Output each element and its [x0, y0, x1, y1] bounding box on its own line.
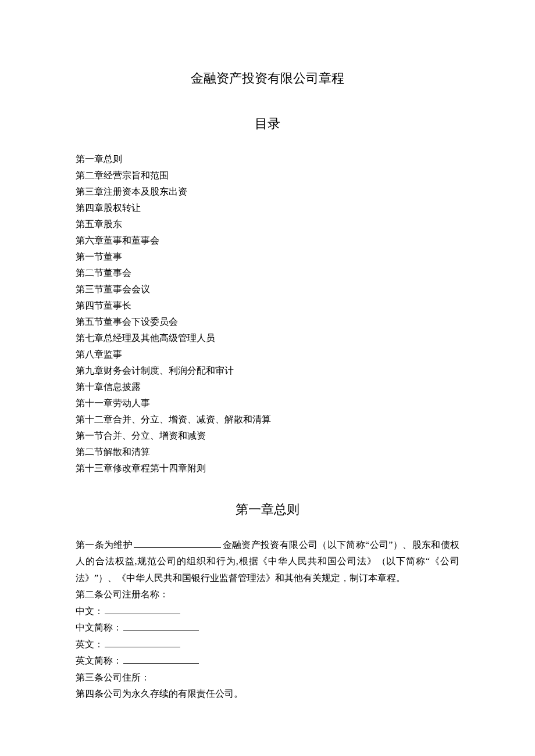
- toc-item: 第十三章修改章程第十四章附则: [76, 460, 459, 476]
- toc-item: 第四节董事长: [76, 298, 459, 314]
- toc-item: 第十章信息披露: [76, 379, 459, 395]
- toc-item: 第四章股权转让: [76, 200, 459, 216]
- toc-item: 第三节董事会会议: [76, 281, 459, 298]
- cn-short-line: 中文简称：: [76, 619, 459, 636]
- toc-item: 第一节合并、分立、增资和减资: [76, 428, 459, 444]
- en-short-line: 英文简称：: [76, 653, 459, 669]
- article-1: 第一条为维护金融资产投资有限公司（以下简称“公司”）、股东和债权人的合法权益,规…: [76, 537, 459, 586]
- cn-short-label: 中文简称：: [76, 622, 122, 632]
- toc-item: 第七章总经理及其他高级管理人员: [76, 330, 459, 346]
- chapter-1-heading: 第一章总则: [76, 501, 459, 518]
- article-1-text-a: 第一条为维护: [76, 540, 133, 550]
- toc-item: 第十一章劳动人事: [76, 395, 459, 411]
- toc-item: 第一章总则: [76, 151, 459, 167]
- blank-field: [105, 639, 180, 647]
- toc-item: 第二节解散和清算: [76, 444, 459, 460]
- toc-item: 第二节董事会: [76, 265, 459, 281]
- toc-item: 第八章监事: [76, 346, 459, 363]
- chapter-1-body: 第一条为维护金融资产投资有限公司（以下简称“公司”）、股东和债权人的合法权益,规…: [76, 537, 459, 703]
- toc-item: 第六章董事和董事会: [76, 232, 459, 249]
- cn-name-line: 中文：: [76, 603, 459, 619]
- en-short-label: 英文简称：: [76, 655, 122, 665]
- toc-item: 第三章注册资本及股东出资: [76, 184, 459, 200]
- blank-field: [134, 540, 221, 548]
- article-3: 第三条公司住所：: [76, 669, 459, 686]
- blank-field: [123, 622, 199, 630]
- toc-item: 第五节董事会下设委员会: [76, 314, 459, 330]
- document-title: 金融资产投资有限公司章程: [76, 70, 459, 87]
- toc-item: 第九章财务会计制度、利润分配和审计: [76, 363, 459, 379]
- en-label: 英文：: [76, 639, 104, 649]
- en-name-line: 英文：: [76, 636, 459, 653]
- article-4: 第四条公司为永久存续的有限责任公司。: [76, 686, 459, 702]
- blank-field: [105, 605, 180, 614]
- table-of-contents: 第一章总则 第二章经营宗旨和范围 第三章注册资本及股东出资 第四章股权转让 第五…: [76, 151, 459, 476]
- toc-heading: 目录: [76, 115, 459, 132]
- toc-item: 第五章股东: [76, 216, 459, 232]
- blank-field: [123, 655, 199, 664]
- article-1-text-b: 金融资产投资有限公司（以下简称“公司”）、股东和债权人的合法权益,规范公司的组织…: [76, 540, 459, 583]
- cn-label: 中文：: [76, 606, 104, 616]
- toc-item: 第二章经营宗旨和范围: [76, 167, 459, 184]
- article-2: 第二条公司注册名称：: [76, 586, 459, 603]
- toc-item: 第一节董事: [76, 249, 459, 265]
- toc-item: 第十二章合并、分立、增资、减资、解散和清算: [76, 411, 459, 428]
